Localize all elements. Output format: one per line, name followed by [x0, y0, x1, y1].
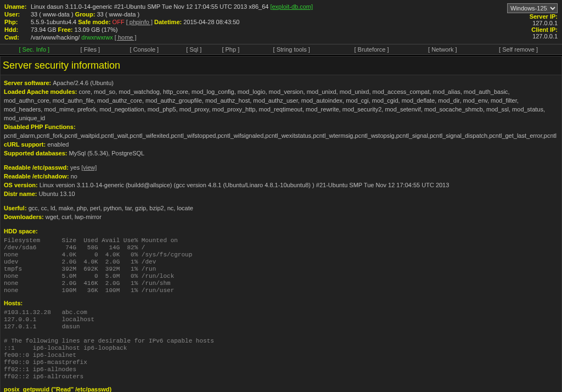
php-label: Php:	[4, 19, 18, 25]
uname-label: Uname:	[4, 3, 31, 10]
phpinfo-link[interactable]: [ phpinfo ]	[126, 19, 153, 25]
serverip-label: Server IP:	[530, 13, 558, 20]
page-title: Server security information	[0, 56, 562, 75]
clientip-value: 127.0.0.1	[532, 33, 558, 40]
serverip-value: 127.0.0.1	[532, 20, 558, 26]
header-right: Windows-1251 Server IP: 127.0.0.1 Client…	[492, 3, 558, 41]
nav-files[interactable]: [ Files ]	[69, 46, 112, 53]
encoding-select[interactable]: Windows-1251	[507, 3, 558, 13]
user-label: User:	[4, 11, 20, 18]
hosts-pre: #103.11.32.28 abc.com 127.0.0.1 localhos…	[4, 309, 558, 380]
posix-section-label: posix_getpwuid ("Read" /etc/passwd)	[4, 386, 111, 392]
hdd-label: Hdd:	[4, 26, 18, 33]
cwd-label: Cwd:	[4, 34, 19, 41]
nav-bar: [ Sec. Info ] [ Files ] [ Console ] [ Sq…	[0, 44, 562, 55]
nav-sql[interactable]: [ Sql ]	[177, 46, 211, 53]
content-panel: Server software: Apache/2.4.6 (Ubuntu) L…	[0, 75, 562, 392]
nav-stringtools[interactable]: [ String tools ]	[250, 46, 333, 53]
clientip-label: Client IP:	[531, 26, 558, 33]
uname-value: Linux dasun 3.11.0-14-generic #21-Ubuntu…	[31, 3, 492, 10]
home-link[interactable]: [ home ]	[115, 34, 137, 41]
nav-console[interactable]: [ Console ]	[112, 46, 177, 53]
view-passwd-link[interactable]: [view]	[81, 164, 97, 171]
nav-php[interactable]: [ Php ]	[211, 46, 250, 53]
exploitdb-link[interactable]: [exploit-db.com]	[270, 3, 313, 10]
nav-network[interactable]: [ Network ]	[410, 46, 475, 53]
nav-selfremove[interactable]: [ Self remove ]	[475, 46, 562, 53]
nav-bruteforce[interactable]: [ Bruteforce ]	[333, 46, 410, 53]
hdd-pre: Filesystem Size Used Avail Use% Mounted …	[4, 237, 558, 294]
header-panel: Uname: Linux dasun 3.11.0-14-generic #21…	[0, 0, 562, 44]
nav-secinfo[interactable]: [ Sec. Info ]	[0, 46, 69, 53]
